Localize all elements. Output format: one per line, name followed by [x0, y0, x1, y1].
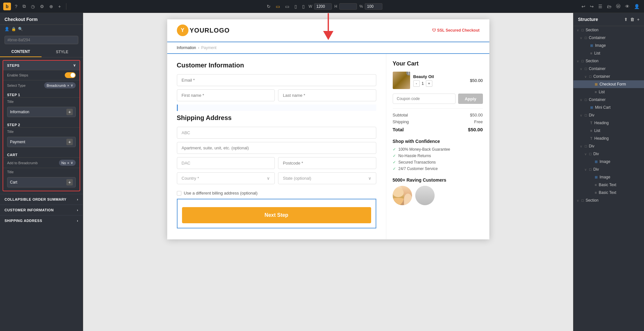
tree-item-list-2[interactable]: ≡ List	[573, 88, 644, 96]
cart-breadcrumb-chevron[interactable]: ∨	[71, 161, 73, 165]
clipboard-icon[interactable]: ⧉	[21, 2, 27, 10]
collapsible-order-summary[interactable]: COLLAPSIBLE ORDER SUMMARY ›	[0, 194, 83, 205]
tree-item-container-2[interactable]: ∨ □ Container	[573, 65, 644, 73]
cart-title-input[interactable]: Cart +	[7, 177, 76, 187]
step1-title-input[interactable]: Information +	[7, 107, 76, 117]
plus-icon[interactable]: +	[57, 3, 62, 10]
cart-title: Your Cart	[393, 60, 483, 67]
tree-item-container-4[interactable]: ∨ □ Container	[573, 96, 644, 104]
wp-icon[interactable]: Ⓦ	[615, 2, 622, 11]
tree-item-div-2[interactable]: ∨ □ Div	[573, 142, 644, 150]
panel-save-icon[interactable]: ⬆	[624, 17, 628, 22]
tree-item-div-1[interactable]: ∨ □ Div	[573, 111, 644, 119]
breadcrumb-information[interactable]: Information	[177, 45, 196, 50]
tree-item-section-1[interactable]: ∨ □ Section	[573, 26, 644, 34]
folder-icon[interactable]: 🗁	[606, 3, 613, 10]
refresh-icon[interactable]: ↻	[265, 3, 272, 10]
town-field[interactable]	[177, 157, 275, 169]
select-type-chevron[interactable]: ∨	[71, 83, 73, 87]
cart-breadcrumb-dropdown[interactable]: No × ∨	[59, 160, 76, 166]
state-dropdown[interactable]: State (optional) ∨	[278, 172, 376, 184]
settings-icon[interactable]: ⚙	[39, 3, 45, 10]
zoom-input[interactable]: 100	[365, 3, 382, 10]
tree-item-mini-cart[interactable]: ⊞ Mini Cart	[573, 104, 644, 111]
enable-steps-toggle[interactable]	[65, 72, 76, 78]
email-field[interactable]	[177, 74, 376, 86]
tree-item-div-4[interactable]: ∨ □ Div	[573, 166, 644, 173]
next-step-button[interactable]: Next Step	[182, 207, 371, 223]
street-field[interactable]	[177, 127, 376, 139]
select-type-x[interactable]: ×	[67, 84, 69, 87]
tree-item-list-1[interactable]: ≡ List	[573, 49, 644, 57]
toggle-1[interactable]: ∨	[577, 28, 579, 32]
cart-plus-btn[interactable]: +	[66, 179, 73, 186]
panel-icon2[interactable]: 🔒	[11, 27, 16, 31]
tree-item-checkout-form[interactable]: ⊞ Checkout Form	[573, 80, 644, 88]
tree-item-container-1[interactable]: ∨ □ Container	[573, 34, 644, 42]
tree-item-heading-2[interactable]: T Heading	[573, 135, 644, 142]
width-input[interactable]: 1200	[314, 3, 332, 10]
tree-item-basic-text-1[interactable]: ≡ Basic Text	[573, 181, 644, 189]
qty-plus-btn[interactable]: +	[426, 80, 432, 87]
eye-icon[interactable]: 👁	[624, 3, 631, 10]
toggle-c4[interactable]: ∨	[580, 98, 582, 102]
lastname-field[interactable]	[278, 89, 376, 101]
panel-search-icon[interactable]: 🔍	[18, 27, 23, 31]
postcode-field[interactable]	[278, 157, 376, 169]
shield-icon[interactable]: ⊕	[48, 3, 54, 10]
mobile-icon[interactable]: ▯	[301, 3, 306, 10]
height-input[interactable]	[339, 3, 357, 10]
tree-item-image-1[interactable]: ⊞ Image	[573, 42, 644, 49]
billing-checkbox[interactable]	[177, 191, 181, 196]
toggle-c3[interactable]: ∨	[584, 75, 587, 78]
collapsible-shipping-address[interactable]: SHIPPING ADDRESS ›	[0, 215, 83, 226]
user-icon[interactable]: 👤	[633, 3, 641, 10]
coupon-input[interactable]	[393, 94, 456, 104]
cart-breadcrumb-x[interactable]: ×	[67, 161, 69, 165]
toggle-d2[interactable]: ∨	[580, 145, 582, 148]
tab-content[interactable]: CONTENT	[0, 47, 42, 57]
tablet-icon[interactable]: ▭	[284, 3, 291, 10]
select-type-dropdown[interactable]: Breadcrumb × ∨	[44, 82, 76, 88]
undo-icon[interactable]: ↩	[580, 3, 587, 10]
tree-item-heading-1[interactable]: T Heading	[573, 119, 644, 127]
toggle-c1[interactable]: ∨	[580, 36, 582, 40]
firstname-field[interactable]	[177, 89, 275, 101]
toggle-c2[interactable]: ∨	[580, 67, 582, 71]
tab-style[interactable]: STYLE	[42, 47, 83, 57]
tree-item-basic-text-2[interactable]: ≡ Basic Text	[573, 189, 644, 196]
tree-item-image-3[interactable]: ⊞ Image	[573, 173, 644, 181]
tree-item-list-3[interactable]: ≡ List	[573, 127, 644, 135]
qty-minus-btn[interactable]: -	[413, 80, 420, 87]
toggle-d3[interactable]: ∨	[584, 152, 587, 156]
collapsible-customer-info[interactable]: CUSTOMER INFORMATION ›	[0, 205, 83, 215]
panel-delete-icon[interactable]: 🗑	[630, 17, 634, 22]
history-icon[interactable]: ◷	[30, 3, 36, 10]
apply-coupon-button[interactable]: Apply	[458, 94, 483, 104]
help-icon[interactable]: ?	[14, 3, 19, 10]
tree-item-section-2[interactable]: ∨ □ Section	[573, 57, 644, 65]
country-dropdown[interactable]: Country * ∨	[177, 172, 275, 184]
toggle-s2[interactable]: ∨	[577, 59, 579, 63]
panel-add-icon[interactable]: +	[637, 17, 639, 22]
step2-title-input[interactable]: Payment +	[7, 137, 76, 147]
desktop-icon[interactable]: ▭	[274, 3, 281, 10]
step2-plus-btn[interactable]: +	[66, 139, 73, 145]
tablet-vert-icon[interactable]: ▯	[293, 3, 298, 10]
tree-item-div-3[interactable]: ∨ □ Div	[573, 150, 644, 158]
toggle-d1[interactable]: ∨	[580, 114, 582, 117]
toggle-s3[interactable]: ∨	[577, 199, 579, 202]
element-id-input[interactable]: #brxe-8af294	[5, 36, 78, 44]
list-icon[interactable]: ☰	[597, 3, 604, 10]
redo-icon[interactable]: ↪	[589, 3, 595, 10]
apt-field[interactable]	[177, 142, 376, 154]
tree-item-image-2[interactable]: ⊞ Image	[573, 158, 644, 166]
toggle-d4[interactable]: ∨	[584, 168, 587, 171]
breadcrumb-payment[interactable]: Payment	[201, 45, 216, 50]
panel-icon1[interactable]: 👤	[5, 27, 9, 31]
step1-plus-btn[interactable]: +	[66, 109, 73, 115]
confidence-item-0: ✓ 100% Money-Back Guarantee	[393, 147, 483, 152]
steps-section-header[interactable]: STEPS ∨	[3, 61, 80, 70]
tree-item-section-3[interactable]: ∨ □ Section	[573, 196, 644, 204]
tree-item-container-3[interactable]: ∨ □ Container	[573, 73, 644, 80]
